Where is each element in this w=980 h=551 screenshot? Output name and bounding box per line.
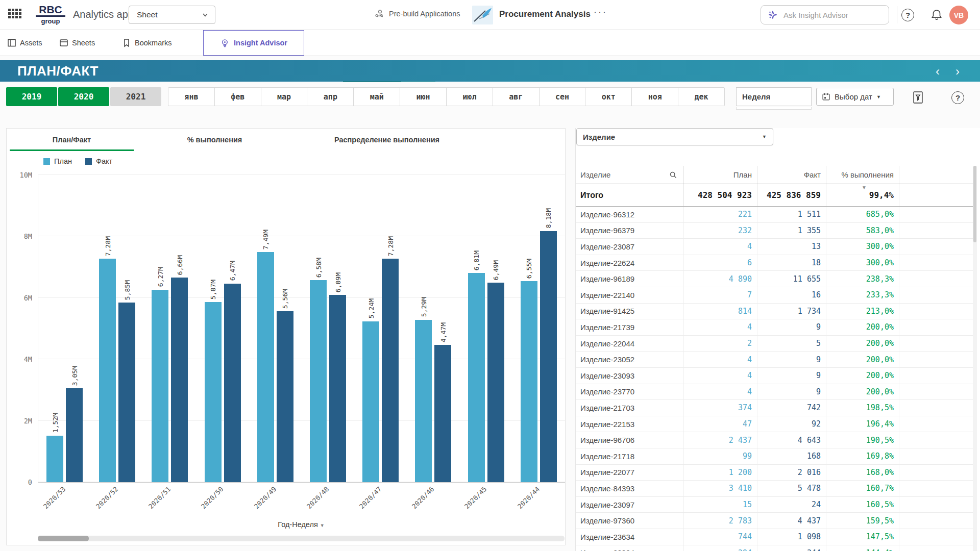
- table-cell[interactable]: 99: [683, 448, 757, 464]
- table-cell[interactable]: Изделие-22153: [576, 416, 683, 432]
- table-cell[interactable]: [899, 207, 973, 222]
- month-button-июн[interactable]: июн: [400, 87, 447, 106]
- table-cell[interactable]: [899, 255, 973, 271]
- table-cell[interactable]: 233,3%: [826, 287, 899, 303]
- table-cell[interactable]: 200,0%: [826, 384, 899, 400]
- table-cell[interactable]: 1 734: [757, 304, 826, 319]
- table-cell[interactable]: Изделие-21718: [576, 448, 683, 464]
- year-button-2020[interactable]: 2020: [58, 87, 109, 106]
- table-cell[interactable]: 4: [683, 239, 757, 255]
- column-header-pct[interactable]: % выполнения: [826, 166, 899, 184]
- table-cell[interactable]: [899, 304, 973, 319]
- table-cell[interactable]: Изделие-23097: [576, 497, 683, 513]
- table-row-Изделие-23770[interactable]: Изделие-2377049200,0%: [576, 384, 973, 400]
- table-cell[interactable]: 200,0%: [826, 368, 899, 384]
- month-button-дек[interactable]: дек: [678, 87, 725, 106]
- chart-tab-3[interactable]: Распределение выполнения: [292, 129, 481, 151]
- table-cell[interactable]: 232: [683, 223, 757, 239]
- week-listbox[interactable]: Неделя: [736, 87, 812, 106]
- table-row-Изделие-91425[interactable]: Изделие-914258141 734213,0%: [576, 304, 973, 320]
- month-button-авг[interactable]: авг: [493, 87, 540, 106]
- table-cell[interactable]: 144,4%: [826, 545, 899, 551]
- bar-План-2020/47[interactable]: 5,24M: [362, 321, 379, 482]
- dimension-dropdown[interactable]: Изделие ▼: [576, 128, 773, 145]
- table-cell[interactable]: 13: [757, 239, 826, 255]
- month-button-сен[interactable]: сен: [539, 87, 586, 106]
- bar-План-2020/45[interactable]: 6,81M: [468, 273, 485, 482]
- table-cell[interactable]: 238,3%: [826, 271, 899, 287]
- tab-assets[interactable]: Assets: [7, 30, 42, 56]
- ask-insight-advisor-input[interactable]: Ask Insight Advisor: [761, 5, 889, 24]
- table-cell[interactable]: Изделие-21739: [576, 319, 683, 335]
- table-cell[interactable]: 6: [683, 255, 757, 271]
- search-icon[interactable]: [669, 171, 677, 179]
- table-cell[interactable]: 1 355: [757, 223, 826, 239]
- bar-Факт-2020/48[interactable]: 6,09M: [329, 295, 346, 482]
- table-row-Изделие-21739[interactable]: Изделие-2173949200,0%: [576, 319, 973, 336]
- current-app-name[interactable]: Procurement Analysis: [499, 9, 591, 19]
- table-cell[interactable]: 9: [757, 368, 826, 384]
- table-cell[interactable]: 1 098: [757, 529, 826, 545]
- table-row-Изделие-23097[interactable]: Изделие-230971524160,5%: [576, 497, 973, 513]
- table-cell[interactable]: 2 437: [683, 432, 757, 448]
- table-cell[interactable]: [899, 545, 973, 551]
- bar-Факт-2020/46[interactable]: 4,47M: [434, 345, 451, 482]
- table-row-Изделие-22153[interactable]: Изделие-221534792196,4%: [576, 416, 973, 433]
- sheet-selector[interactable]: Sheet: [129, 6, 215, 24]
- table-cell[interactable]: Изделие-97360: [576, 513, 683, 529]
- table-cell[interactable]: Изделие-23052: [576, 352, 683, 367]
- table-cell[interactable]: [899, 416, 973, 432]
- table-cell[interactable]: 294: [683, 545, 757, 551]
- table-cell[interactable]: [899, 465, 973, 481]
- table-cell[interactable]: 744: [683, 529, 757, 545]
- table-cell[interactable]: [899, 223, 973, 239]
- bar-Факт-2020/50[interactable]: 6,47M: [224, 284, 241, 482]
- table-cell[interactable]: [899, 287, 973, 303]
- table-cell[interactable]: [899, 368, 973, 384]
- month-button-мар[interactable]: мар: [261, 87, 308, 106]
- chart-horizontal-scrollbar[interactable]: [38, 536, 565, 541]
- table-row-Изделие-23994[interactable]: Изделие-23994294344144,4%: [576, 545, 973, 551]
- chart-tab-2[interactable]: % выполнения: [137, 129, 292, 151]
- table-cell[interactable]: 169,8%: [826, 448, 899, 464]
- bar-План-2020/49[interactable]: 7,49M: [257, 252, 274, 482]
- table-row-Изделие-96379[interactable]: Изделие-963792321 355583,0%: [576, 223, 973, 239]
- month-button-май[interactable]: май: [353, 87, 400, 106]
- column-header-fact[interactable]: Факт: [757, 166, 826, 184]
- table-cell[interactable]: [899, 352, 973, 367]
- table-row-Изделие-22140[interactable]: Изделие-22140716233,3%: [576, 287, 973, 304]
- table-cell[interactable]: Изделие-96379: [576, 223, 683, 239]
- table-cell[interactable]: 221: [683, 207, 757, 222]
- table-cell[interactable]: 2 783: [683, 513, 757, 529]
- bar-План-2020/48[interactable]: 6,58M: [310, 280, 327, 482]
- bar-План-2020/51[interactable]: 6,27M: [152, 290, 168, 482]
- table-cell[interactable]: 9: [757, 352, 826, 367]
- table-cell[interactable]: Изделие-96706: [576, 432, 683, 448]
- bar-Факт-2020/49[interactable]: 5,56M: [277, 311, 293, 482]
- table-cell[interactable]: [899, 239, 973, 255]
- table-cell[interactable]: 147,5%: [826, 529, 899, 545]
- bar-План-2020/50[interactable]: 5,87M: [205, 302, 222, 482]
- app-thumbnail[interactable]: [472, 6, 493, 24]
- table-cell[interactable]: 18: [757, 255, 826, 271]
- table-cell[interactable]: 5: [757, 336, 826, 352]
- table-cell[interactable]: 9: [757, 319, 826, 335]
- table-cell[interactable]: Изделие-23093: [576, 368, 683, 384]
- table-cell[interactable]: 4: [683, 352, 757, 367]
- chart-tab-1[interactable]: План/Факт: [7, 129, 137, 151]
- table-row-Изделие-23634[interactable]: Изделие-236347441 098147,5%: [576, 529, 973, 545]
- table-row-Изделие-96706[interactable]: Изделие-967062 4374 643190,5%: [576, 432, 973, 448]
- bar-Факт-2020/52[interactable]: 5,85M: [118, 303, 135, 482]
- prev-sheet-icon[interactable]: ‹: [936, 64, 940, 79]
- date-picker[interactable]: Выбор дат ▼: [816, 88, 894, 106]
- table-cell[interactable]: Изделие-23770: [576, 384, 683, 400]
- table-cell[interactable]: 4 437: [757, 513, 826, 529]
- table-cell[interactable]: Изделие-96189: [576, 271, 683, 287]
- table-cell[interactable]: 374: [683, 400, 757, 416]
- table-cell[interactable]: Изделие-22077: [576, 465, 683, 481]
- table-cell[interactable]: 198,5%: [826, 400, 899, 416]
- table-cell[interactable]: 190,5%: [826, 432, 899, 448]
- bar-План-2020/44[interactable]: 6,55M: [521, 281, 537, 482]
- table-cell[interactable]: 16: [757, 287, 826, 303]
- x-axis-dimension[interactable]: Год-Неделя ▼: [38, 520, 565, 529]
